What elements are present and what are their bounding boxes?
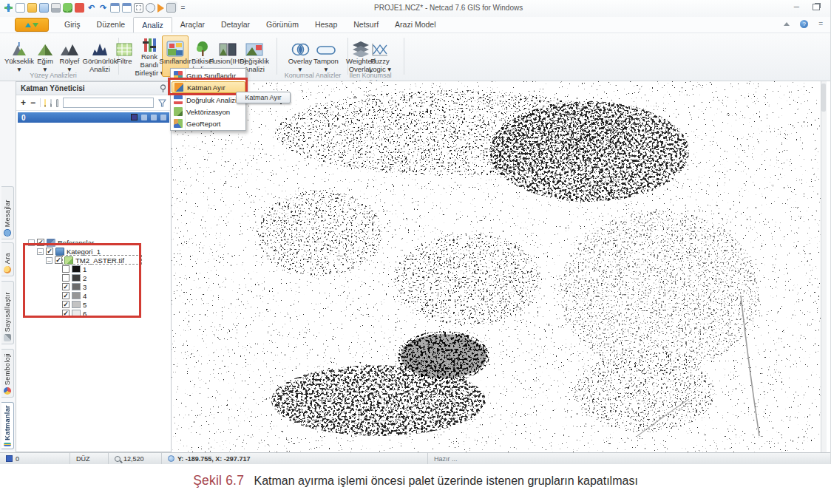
toggle-visibility-icon[interactable] (44, 99, 46, 107)
scrollbar-thumb[interactable] (821, 84, 826, 112)
app-menu-button[interactable] (15, 18, 49, 32)
group-label-konumsal: Konumsal Analizler (281, 72, 345, 79)
buffer-capsule-icon (316, 36, 336, 57)
collapse-ribbon-icon[interactable] (784, 22, 790, 26)
overlay-circles-icon (291, 36, 310, 57)
side-tab-semboloji[interactable]: Semboloji (1, 349, 14, 398)
ribbon: Yükseklik▾ Eğim▾ Rölyef▾ GörünürlükAnali… (0, 33, 830, 81)
redo-icon[interactable]: ↷ (98, 3, 108, 13)
panel-title: Katman Yöneticisi (21, 84, 85, 92)
layer-visible-icon[interactable] (141, 115, 147, 120)
classify-icon (166, 36, 184, 57)
mute-layer-icon[interactable] (50, 99, 52, 107)
filter-funnel-icon[interactable] (158, 99, 166, 107)
pin-icon[interactable] (159, 84, 167, 92)
fuzzy-logic-button[interactable]: FuzzyLogic ▾ (365, 35, 395, 77)
side-tab-ara[interactable]: Ara (1, 242, 14, 276)
accuracy-analysis-icon (174, 95, 183, 104)
status-bar: 0 DÜZ 12,520 Y: -189.755, X: -297.717 Ha… (0, 452, 830, 464)
netcad-window: ↶ ↷ = PROJE1.NCZ* - Netcad 7.6 GIS for W… (0, 0, 831, 464)
egim-button[interactable]: Eğim▾ (34, 35, 56, 77)
map-canvas[interactable] (172, 81, 821, 452)
layer-print-icon[interactable] (160, 115, 166, 120)
restore-button[interactable] (813, 4, 820, 10)
new-window-icon[interactable] (110, 3, 120, 13)
tab-netsurf[interactable]: Netsurf (345, 17, 387, 33)
vegetation-index-icon (195, 36, 210, 57)
zoom-icon (115, 456, 121, 462)
visibility-analysis-icon (91, 36, 109, 57)
add-layer-button[interactable]: + (21, 98, 26, 107)
georeport-icon (174, 119, 183, 128)
netcad-logo-icon (25, 23, 31, 27)
pan-icon[interactable] (4, 3, 13, 13)
tab-arazi-model[interactable]: Arazi Model (387, 17, 444, 33)
menu-item-vektorizasyon[interactable]: Vektörizasyon (172, 106, 245, 118)
minimize-button[interactable]: – (794, 3, 799, 10)
layer-filter-input[interactable] (63, 98, 154, 108)
title-bar: ↶ ↷ = PROJE1.NCZ* - Netcad 7.6 GIS for W… (0, 0, 830, 17)
tab-hesap[interactable]: Hesap (307, 17, 345, 33)
tab-giris[interactable]: Giriş (56, 17, 89, 33)
tab-detaylar[interactable]: Detaylar (213, 17, 258, 33)
symbology-icon (4, 387, 11, 395)
save-as-icon[interactable] (39, 3, 49, 13)
vectorize-icon (174, 107, 183, 116)
layer-row-0[interactable]: 0 (18, 112, 169, 123)
tampon-button[interactable]: Tampon▾ (313, 35, 339, 77)
digitize-pencil-icon (4, 334, 11, 341)
undo-icon[interactable]: ↶ (87, 3, 96, 13)
change-analysis-icon (245, 36, 263, 57)
menu-item-dogruluk-analizi[interactable]: Doğruluk Analizi (172, 94, 245, 106)
tab-analiz[interactable]: Analiz (133, 17, 172, 33)
window-title: PROJE1.NCZ* - Netcad 7.6 GIS for Windows (374, 4, 523, 12)
side-tab-mesajlar[interactable]: Mesajlar (1, 186, 14, 239)
tile-windows-icon[interactable] (122, 3, 132, 13)
ready-segment: Hazır ... (428, 453, 830, 464)
tab-gorunum[interactable]: Görünüm (258, 17, 307, 33)
color-bands-icon (142, 36, 157, 52)
slope-icon (36, 36, 54, 57)
comment-icon[interactable] (63, 3, 72, 13)
line-type-segment[interactable]: DÜZ (70, 453, 109, 464)
tab-duzenle[interactable]: Düzenle (89, 17, 134, 33)
duplicate-view-icon[interactable] (166, 3, 176, 13)
side-tab-sayisallastir[interactable]: Sayısallaştır (1, 281, 14, 344)
coordinates-segment: Y: -189.755, X: -297.717 (162, 453, 428, 464)
layers-icon (4, 443, 11, 446)
delete-icon[interactable] (75, 3, 84, 13)
customize-quick-access-icon[interactable]: = (178, 3, 188, 13)
annotation-rect-palette (23, 243, 141, 318)
layer-name: 0 (21, 114, 26, 122)
quick-access-toolbar: ↶ ↷ = (4, 3, 188, 13)
figure-page: ↶ ↷ = PROJE1.NCZ* - Netcad 7.6 GIS for W… (0, 0, 831, 504)
remove-layer-button[interactable]: − (30, 98, 35, 107)
tooltip: Katman Ayır (236, 92, 291, 103)
run-icon[interactable] (157, 4, 164, 13)
layer-lock-icon[interactable] (151, 115, 157, 120)
rolyef-button[interactable]: Rölyef▾ (58, 35, 81, 77)
options-icon[interactable]: = (818, 21, 823, 28)
caption-label: Şekil 6.7 (193, 473, 244, 488)
crop-icon[interactable] (134, 3, 143, 13)
fusion-images-icon (219, 36, 237, 57)
zoom-scale-segment[interactable]: 12,520 (109, 453, 162, 464)
help-icon[interactable]: ? (800, 20, 808, 28)
panel-header: Katman Yöneticisi (16, 82, 171, 95)
side-tab-katmanlar[interactable]: Katmanlar (1, 402, 14, 449)
zoom-window-icon[interactable] (146, 3, 155, 13)
panel-toolbar: + − (16, 95, 171, 111)
active-layer-segment[interactable]: 0 (0, 453, 70, 464)
map-vertical-scrollbar[interactable] (821, 81, 827, 452)
menu-item-georeport[interactable]: GeoReport (172, 118, 245, 129)
relief-icon (60, 36, 79, 57)
print-icon[interactable] (51, 3, 61, 13)
layer-color-swatch[interactable] (131, 114, 138, 120)
tab-araclar[interactable]: Araçlar (172, 17, 213, 33)
lock-layer-icon[interactable] (56, 99, 58, 107)
overlay-button[interactable]: Overlay▾ (287, 35, 313, 77)
globe-icon (168, 455, 174, 462)
open-folder-icon[interactable] (27, 3, 37, 13)
yukseklik-button[interactable]: Yükseklik▾ (4, 35, 34, 77)
new-file-icon[interactable] (16, 3, 25, 13)
